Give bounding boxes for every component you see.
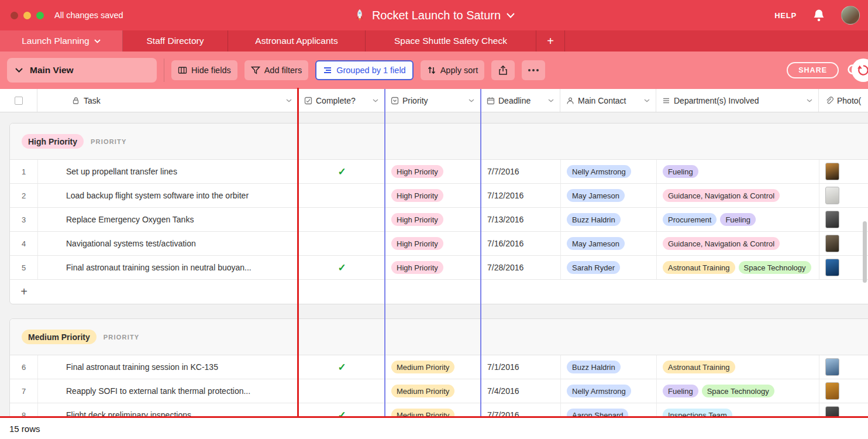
row-number-cell[interactable]: 6 xyxy=(10,355,38,379)
departments-cell[interactable]: ProcurementFueling xyxy=(657,208,819,231)
photo-cell[interactable] xyxy=(819,184,868,207)
task-cell[interactable]: Replace Emergency Oxygen Tanks xyxy=(38,208,299,231)
task-cell[interactable]: Set up propellant transfer lines xyxy=(38,160,299,183)
deadline-cell[interactable]: 7/4/2016 xyxy=(481,379,561,403)
priority-cell[interactable]: High Priority xyxy=(385,208,481,231)
contact-cell[interactable]: Nelly Armstrong xyxy=(561,160,657,183)
help-link[interactable]: HELP xyxy=(774,11,797,20)
user-avatar[interactable] xyxy=(841,6,860,25)
row-number-cell[interactable]: 7 xyxy=(10,379,38,403)
departments-cell[interactable]: FuelingSpace Technology xyxy=(657,379,819,403)
priority-cell[interactable]: High Priority xyxy=(385,256,481,279)
complete-cell[interactable] xyxy=(299,232,385,255)
row-number-cell[interactable]: 8 xyxy=(10,403,38,417)
deadline-cell[interactable]: 7/1/2016 xyxy=(481,355,561,379)
complete-cell[interactable]: ✓ xyxy=(299,160,385,183)
contact-cell[interactable]: May Jameson xyxy=(561,232,657,255)
task-cell[interactable]: Reapply SOFI to external tank thermal pr… xyxy=(38,379,299,403)
deadline-cell[interactable]: 7/12/2016 xyxy=(481,184,561,207)
add-record-row[interactable]: + xyxy=(10,280,868,304)
group-header[interactable]: High Priority PRIORITY xyxy=(10,124,868,160)
tab-space-shuttle-safety-check[interactable]: Space Shuttle Safety Check xyxy=(366,30,536,52)
priority-cell[interactable]: Medium Priority xyxy=(385,379,481,403)
column-header-task[interactable]: Task xyxy=(37,89,298,112)
add-filters-button[interactable]: Add filters xyxy=(244,60,308,80)
vertical-scrollbar-thumb[interactable] xyxy=(863,221,867,283)
row-number-cell[interactable]: 4 xyxy=(10,232,38,255)
tab-staff-directory[interactable]: Staff Directory xyxy=(123,30,228,52)
departments-cell[interactable]: Astronaut TrainingSpace Technology xyxy=(657,256,819,279)
group-header[interactable]: Medium Priority PRIORITY xyxy=(10,319,868,355)
priority-cell[interactable]: Medium Priority xyxy=(385,403,481,417)
apply-sort-button[interactable]: Apply sort xyxy=(421,60,484,80)
priority-cell[interactable]: High Priority xyxy=(385,160,481,183)
share-view-button[interactable] xyxy=(491,60,515,80)
row-number-cell[interactable]: 1 xyxy=(10,160,38,183)
deadline-cell[interactable]: 7/28/2016 xyxy=(481,256,561,279)
more-options-button[interactable] xyxy=(522,60,545,80)
priority-cell[interactable]: High Priority xyxy=(385,184,481,207)
task-cell[interactable]: Navigational systems test/activation xyxy=(38,232,299,255)
departments-cell[interactable]: Guidance, Navigation & Control xyxy=(657,184,819,207)
task-cell[interactable]: Flight deck preliminary inspections xyxy=(38,403,299,417)
column-header-priority[interactable]: Priority xyxy=(385,89,481,112)
row-number-cell[interactable]: 5 xyxy=(10,256,38,279)
complete-cell[interactable]: ✓ xyxy=(299,403,385,417)
select-all-cell[interactable] xyxy=(0,89,37,112)
task-cell[interactable]: Load backup flight system software into … xyxy=(38,184,299,207)
task-cell[interactable]: Final astronaut training session in KC-1… xyxy=(38,355,299,379)
deadline-cell[interactable]: 7/7/2016 xyxy=(481,160,561,183)
notifications-bell-icon[interactable] xyxy=(812,8,826,22)
deadline-cell[interactable]: 7/7/2016 xyxy=(481,403,561,417)
column-header-complete[interactable]: Complete? xyxy=(298,89,385,112)
tab-astronaut-applicants[interactable]: Astronaut Applicants xyxy=(228,30,366,52)
column-header-main-contact[interactable]: Main Contact xyxy=(560,89,656,112)
contact-cell[interactable]: Buzz Haldrin xyxy=(561,355,657,379)
photo-cell[interactable] xyxy=(819,355,868,379)
photo-cell[interactable] xyxy=(819,256,868,279)
column-header-deadline[interactable]: Deadline xyxy=(481,89,560,112)
contact-pill: Nelly Armstrong xyxy=(567,165,631,178)
departments-cell[interactable]: Astronaut Training xyxy=(657,355,819,379)
row-number-cell[interactable]: 2 xyxy=(10,184,38,207)
complete-cell[interactable] xyxy=(299,184,385,207)
column-header-departments[interactable]: Department(s) Involved xyxy=(656,89,819,112)
contact-cell[interactable]: Buzz Haldrin xyxy=(561,208,657,231)
column-header-photo[interactable]: Photo( xyxy=(819,89,868,112)
base-title-dropdown[interactable]: Rocket Launch to Saturn xyxy=(353,9,515,22)
contact-cell[interactable]: Aaron Shepard xyxy=(561,403,657,417)
complete-cell[interactable] xyxy=(299,379,385,403)
departments-cell[interactable]: Guidance, Navigation & Control xyxy=(657,232,819,255)
row-number-cell[interactable]: 3 xyxy=(10,208,38,231)
add-table-button[interactable]: + xyxy=(536,30,565,52)
contact-cell[interactable]: Sarah Ryder xyxy=(561,256,657,279)
departments-cell[interactable]: Fueling xyxy=(657,160,819,183)
photo-cell[interactable] xyxy=(819,160,868,183)
photo-cell[interactable] xyxy=(819,379,868,403)
departments-cell[interactable]: Inspections Team xyxy=(657,403,819,417)
priority-cell[interactable]: Medium Priority xyxy=(385,355,481,379)
complete-cell[interactable] xyxy=(299,208,385,231)
contact-cell[interactable]: May Jameson xyxy=(561,184,657,207)
chevron-down-icon xyxy=(644,99,650,102)
view-switcher[interactable]: Main View xyxy=(7,58,157,83)
hide-fields-button[interactable]: Hide fields xyxy=(171,60,237,80)
deadline-cell[interactable]: 7/13/2016 xyxy=(481,208,561,231)
zoom-window-button[interactable] xyxy=(36,12,44,19)
photo-cell[interactable] xyxy=(819,208,868,231)
complete-cell[interactable]: ✓ xyxy=(299,256,385,279)
deadline-cell[interactable]: 7/16/2016 xyxy=(481,232,561,255)
close-window-button[interactable] xyxy=(11,12,18,19)
task-cell[interactable]: Final astronaut training session in neut… xyxy=(38,256,299,279)
contact-cell[interactable]: Nelly Armstrong xyxy=(561,379,657,403)
priority-cell[interactable]: High Priority xyxy=(385,232,481,255)
photo-cell[interactable] xyxy=(819,232,868,255)
tab-launch-planning[interactable]: Launch Planning xyxy=(0,30,123,52)
grouped-by-button[interactable]: Grouped by 1 field xyxy=(315,60,414,80)
history-button[interactable] xyxy=(852,59,868,82)
minimize-window-button[interactable] xyxy=(23,12,31,19)
photo-cell[interactable] xyxy=(819,403,868,417)
select-all-checkbox[interactable] xyxy=(15,97,23,105)
share-button[interactable]: SHARE xyxy=(787,62,839,78)
complete-cell[interactable]: ✓ xyxy=(299,355,385,379)
